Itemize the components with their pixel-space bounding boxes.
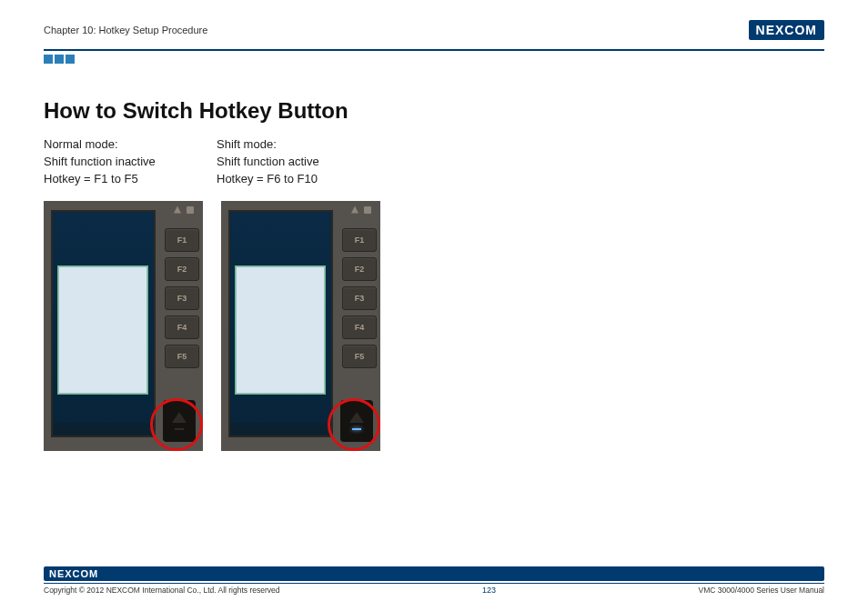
page-title: How to Switch Hotkey Button (44, 98, 824, 124)
chapter-label: Chapter 10: Hotkey Setup Procedure (44, 25, 207, 35)
brand-logo-top: NEXCOM (749, 20, 824, 40)
led-on-icon (352, 428, 361, 430)
manual-name: VMC 3000/4000 Series User Manual (699, 586, 824, 595)
arrow-up-icon (172, 412, 187, 423)
mode-name: Shift mode: (217, 136, 389, 154)
hotkey-button: F4 (342, 316, 377, 339)
hotkey-button: F2 (165, 257, 199, 281)
hotkey-button: F1 (342, 228, 377, 252)
hotkey-button: F3 (342, 286, 377, 310)
device-photo-normal: F1 F2 F3 F4 F5 (44, 201, 203, 451)
mode-line: Hotkey = F6 to F10 (217, 171, 389, 188)
brand-text: NEXCOM (49, 568, 98, 579)
brand-logo-bottom: NEXCOM (44, 566, 824, 581)
page-number: 123 (482, 586, 496, 595)
hotkey-button: F1 (165, 228, 199, 252)
footer-rule (44, 583, 824, 584)
mode-line: Shift function inactive (44, 154, 217, 171)
decorative-squares (44, 55, 824, 64)
shift-button-off (163, 400, 196, 442)
hotkey-button: F2 (342, 257, 377, 281)
header-rule (44, 49, 824, 51)
hotkey-button: F4 (165, 316, 199, 339)
mode-shift: Shift mode: Shift function active Hotkey… (217, 136, 389, 188)
shift-button-on (340, 400, 373, 442)
hotkey-button: F5 (342, 345, 377, 368)
mode-name: Normal mode: (44, 136, 217, 154)
led-off-icon (175, 428, 184, 430)
hotkey-button: F3 (165, 286, 199, 310)
device-photo-shift: F1 F2 F3 F4 F5 (221, 201, 380, 451)
mode-line: Shift function active (217, 154, 389, 171)
brand-text: NEXCOM (756, 23, 817, 37)
mode-normal: Normal mode: Shift function inactive Hot… (44, 136, 217, 188)
hotkey-button: F5 (165, 345, 199, 368)
copyright-text: Copyright © 2012 NEXCOM International Co… (44, 586, 280, 595)
mode-line: Hotkey = F1 to F5 (44, 171, 217, 188)
arrow-up-icon (349, 412, 364, 423)
